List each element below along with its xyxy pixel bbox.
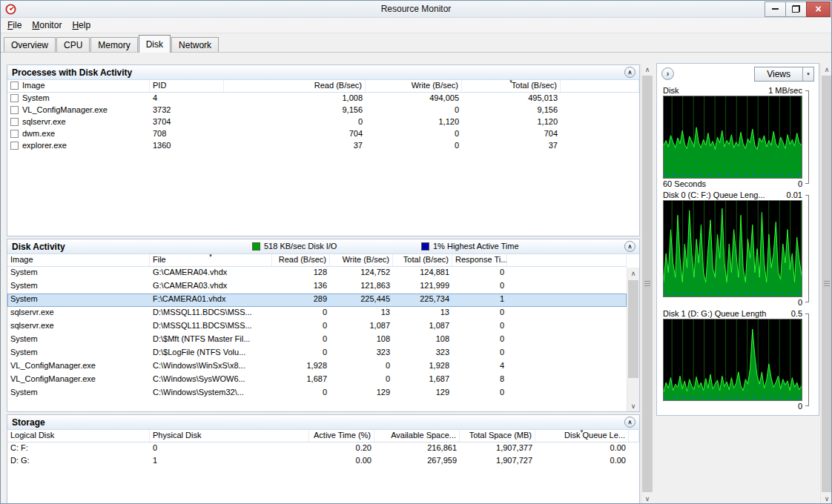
table-row[interactable]: dwm.exe7087040704 (7, 128, 639, 140)
scroll-down-arrow[interactable]: ∨ (641, 492, 653, 504)
table-row[interactable]: VL_ConfigManager.exe37329,15609,156 (7, 105, 639, 116)
table-cell: 1,008 (224, 93, 366, 105)
column-header[interactable]: Logical Disk (7, 430, 150, 442)
table-cell: 708 (150, 128, 224, 140)
table-row[interactable]: sqlservr.exe370401,1201,120 (7, 116, 639, 128)
table-row[interactable]: System41,008494,005495,013 (7, 93, 639, 105)
row-checkbox[interactable] (10, 94, 19, 102)
scroll-up-arrow[interactable]: ∧ (641, 63, 653, 76)
table-cell: 0 (330, 374, 393, 387)
column-header[interactable]: Write (B/sec) (366, 80, 462, 92)
table-cell: 0 (272, 320, 330, 334)
table-row[interactable]: C: F:00.20216,8611,907,3770.00 (7, 442, 639, 455)
table-cell: 1 (150, 455, 309, 468)
column-header[interactable]: Total Space (MB) (460, 430, 535, 442)
column-header[interactable]: File▼ (150, 254, 272, 266)
collapse-panel-button[interactable]: ∧ (624, 241, 635, 252)
column-header[interactable]: Active Time (%) (309, 430, 374, 442)
menu-item-help[interactable]: Help (67, 19, 96, 32)
column-header[interactable]: Write (B/sec) (330, 254, 393, 266)
table-cell: C:\Windows\WinSxS\x8... (150, 360, 272, 374)
table-cell: 13 (393, 307, 452, 320)
table-row[interactable]: SystemD:\$LogFile (NTFS Volu...03233230 (7, 347, 627, 360)
table-cell: 1,907,727 (460, 455, 535, 468)
processes-panel-header[interactable]: Processes with Disk Activity ∧ (7, 65, 639, 80)
tab-cpu[interactable]: CPU (56, 37, 90, 52)
collapse-charts-button[interactable]: › (661, 67, 674, 80)
table-cell: explorer.exe (7, 140, 150, 152)
table-row[interactable]: explorer.exe136037037 (7, 140, 639, 152)
table-row[interactable]: sqlservr.exeD:\MSSQL11.BDCS\MSS...013130 (7, 307, 627, 320)
table-row[interactable]: VL_ConfigManager.exeC:\Windows\SysWOW6..… (7, 374, 627, 387)
column-header[interactable]: Read (B/sec) (224, 80, 366, 92)
table-row[interactable]: SystemG:\CAMERA03.vhdx136121,863121,9990 (7, 280, 627, 294)
row-checkbox[interactable] (10, 130, 19, 138)
table-cell: 124,881 (393, 267, 452, 280)
header-filler (561, 80, 639, 92)
grip-icon (644, 281, 650, 287)
scrollbar-thumb[interactable] (628, 280, 638, 378)
table-row[interactable]: SystemG:\CAMERA04.vhdx128124,752124,8810 (7, 267, 627, 280)
table-row[interactable]: sqlservr.exeD:\MSSQL11.BDCS\MSS...01,087… (7, 320, 627, 334)
table-cell: 128 (272, 267, 330, 280)
table-cell: VL_ConfigManager.exe (7, 105, 150, 116)
scrollbar-thumb[interactable] (642, 76, 653, 492)
disk-io-chart: Disk 1 MB/sec 60 Seconds 0 (657, 85, 819, 188)
table-cell: System (7, 267, 150, 280)
maximize-button[interactable] (785, 1, 807, 17)
column-header[interactable]: Physical Disk (150, 430, 309, 442)
table-cell: C:\Windows\System32\... (150, 387, 272, 400)
table-cell: 0 (452, 267, 507, 280)
close-button[interactable]: × (806, 1, 831, 17)
table-cell: 495,013 (462, 93, 561, 105)
scrollbar-thumb[interactable] (822, 76, 832, 492)
column-header[interactable]: Image (7, 254, 150, 266)
scroll-down-arrow[interactable]: ∨ (821, 492, 832, 504)
charts-scrollbar[interactable]: ∧ ∨ (820, 63, 832, 504)
scroll-up-arrow[interactable]: ∧ (627, 268, 639, 279)
column-header[interactable]: Image (7, 80, 150, 92)
table-cell: 1,120 (462, 116, 561, 128)
table-row[interactable]: VL_ConfigManager.exeC:\Windows\WinSxS\x8… (7, 360, 627, 374)
row-checkbox[interactable] (10, 106, 19, 114)
column-header[interactable]: Total (B/sec) (393, 254, 452, 266)
collapse-panel-button[interactable]: ∧ (624, 417, 635, 428)
main-scrollbar[interactable]: ∧ ∨ (641, 63, 653, 504)
table-row[interactable]: D: G:10.00267,9591,907,7270.00 (7, 455, 639, 468)
table-cell: 0 (452, 387, 507, 400)
chevron-up-icon: ∧ (628, 420, 633, 425)
tab-overview[interactable]: Overview (4, 37, 56, 52)
tab-network[interactable]: Network (171, 37, 219, 52)
row-checkbox[interactable] (10, 118, 19, 126)
table-row[interactable]: SystemC:\Windows\System32\...01291290 (7, 387, 627, 400)
column-header[interactable]: PID (150, 80, 224, 92)
select-all-checkbox[interactable] (10, 82, 19, 90)
column-header[interactable]: Read (B/sec) (272, 254, 330, 266)
menu-item-file[interactable]: File (2, 19, 27, 32)
table-cell: System (7, 280, 150, 294)
chart-xlabel: 60 Seconds (663, 179, 706, 188)
collapse-panel-button[interactable]: ∧ (624, 67, 635, 78)
scroll-up-arrow[interactable]: ∧ (821, 63, 832, 76)
column-header[interactable]: Available Space... (374, 430, 460, 442)
column-header[interactable]: Disk Queue Le...▼ (535, 430, 629, 442)
storage-panel-header[interactable]: Storage ∧ (7, 415, 639, 430)
minimize-button[interactable] (765, 1, 786, 17)
table-cell: 1,928 (272, 360, 330, 374)
scroll-down-arrow[interactable]: ∨ (627, 400, 639, 411)
table-header: ImagePIDRead (B/sec)Write (B/sec)Total (… (7, 80, 639, 93)
disk-activity-panel-header[interactable]: Disk Activity 518 KB/sec Disk I/O 1% Hig… (7, 239, 639, 254)
row-checkbox[interactable] (10, 142, 19, 150)
disk0-queue-chart: Disk 0 (C: F:) Queue Leng... 0.01 0 (657, 190, 819, 307)
column-header[interactable]: Response Ti... (452, 254, 507, 266)
tab-disk[interactable]: Disk (139, 35, 171, 53)
disk-table-scrollbar[interactable]: ∧ ∨ (627, 268, 639, 411)
tab-memory[interactable]: Memory (90, 37, 137, 52)
table-cell: 1,087 (393, 320, 452, 334)
views-button[interactable]: Views ▼ (754, 67, 814, 82)
table-cell: 704 (224, 128, 366, 140)
column-header[interactable]: Total (B/sec)▼ (462, 80, 561, 92)
table-row[interactable]: SystemF:\CAMERA01.vhdx289225,445225,7341 (7, 294, 627, 307)
menu-item-monitor[interactable]: Monitor (27, 19, 67, 32)
table-row[interactable]: SystemD:\$Mft (NTFS Master Fil...0108108… (7, 334, 627, 347)
